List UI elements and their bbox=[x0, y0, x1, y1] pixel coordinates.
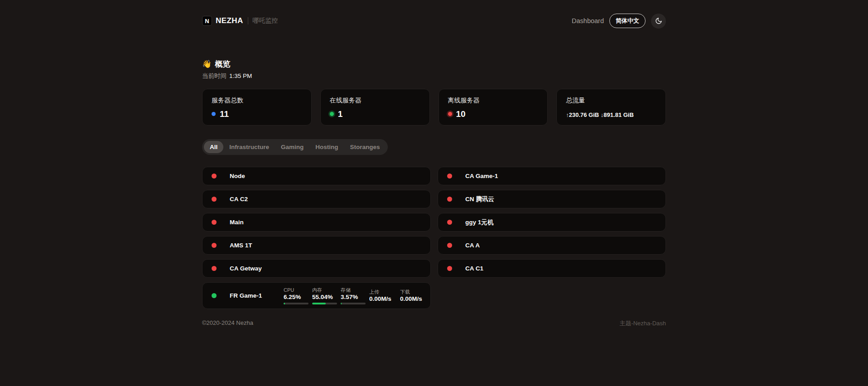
memory-value: 55.04% bbox=[312, 294, 337, 301]
server-status-dot bbox=[212, 197, 217, 202]
memory-stat: 内存 55.04% bbox=[312, 287, 337, 304]
server-row-ca-c1[interactable]: CA C1 bbox=[438, 259, 666, 278]
server-row-main[interactable]: Main bbox=[202, 213, 431, 232]
upload-stat: 上传 0.00M/s bbox=[369, 289, 396, 303]
server-row-fr-game-1[interactable]: FR Game-1 CPU 6.25% 内存 55.04% bbox=[202, 282, 431, 309]
brand-name: NEZHA bbox=[216, 16, 243, 25]
moon-icon bbox=[655, 17, 662, 24]
server-row-ggy[interactable]: ggy 1元机 bbox=[438, 213, 666, 232]
stat-card-offline-servers: 离线服务器 10 bbox=[439, 89, 548, 125]
download-value: 0.00M/s bbox=[400, 295, 427, 303]
page-container: N NEZHA 哪吒监控 Dashboard 简体中文 👋 概览 当前时 bbox=[202, 0, 666, 328]
storage-label: 存储 bbox=[341, 287, 366, 293]
group-tab-bar: All Infrastructure Gaming Hosting Storan… bbox=[202, 139, 388, 155]
server-name: CA Getway bbox=[230, 265, 262, 272]
server-status-dot bbox=[212, 174, 217, 179]
cpu-label: CPU bbox=[284, 287, 309, 293]
server-list: Node CA C2 Main AMS 1T CA Getway FR Game… bbox=[202, 167, 666, 309]
server-row-ca-a[interactable]: CA A bbox=[438, 236, 666, 255]
server-name: CA Game-1 bbox=[465, 173, 498, 179]
copyright-text: ©2020-2024 Nezha bbox=[202, 319, 253, 328]
server-name: CN 腾讯云 bbox=[465, 195, 494, 203]
brand-subtitle: 哪吒监控 bbox=[253, 17, 278, 25]
brand-area: N NEZHA 哪吒监控 bbox=[202, 16, 278, 26]
download-stat: 下载 0.00M/s bbox=[400, 289, 427, 303]
server-status-dot bbox=[447, 197, 452, 202]
tab-infrastructure[interactable]: Infrastructure bbox=[223, 141, 275, 153]
server-column-left: Node CA C2 Main AMS 1T CA Getway FR Game… bbox=[202, 167, 431, 309]
upload-label: 上传 bbox=[369, 289, 396, 295]
server-row-cn-tencent[interactable]: CN 腾讯云 bbox=[438, 190, 666, 208]
nav-controls: Dashboard 简体中文 bbox=[572, 14, 666, 29]
server-name: CA C1 bbox=[465, 265, 483, 272]
tab-gaming[interactable]: Gaming bbox=[275, 141, 309, 153]
server-status-dot bbox=[212, 220, 217, 225]
server-name: FR Game-1 bbox=[230, 292, 284, 299]
cpu-stat: CPU 6.25% bbox=[284, 287, 309, 304]
stat-cards: 服务器总数 11 在线服务器 1 离线服务器 10 总流量 ↑230.76 Gi… bbox=[202, 89, 666, 125]
upload-value: 0.00M/s bbox=[369, 295, 396, 303]
tab-storanges[interactable]: Storanges bbox=[344, 141, 386, 153]
download-label: 下载 bbox=[400, 289, 427, 295]
traffic-value: ↑230.76 GiB ↓891.81 GiB bbox=[566, 111, 656, 118]
server-row-ca-game-1[interactable]: CA Game-1 bbox=[438, 167, 666, 185]
stat-label: 离线服务器 bbox=[448, 96, 539, 105]
theme-credit-text: 主题-Nezha-Dash bbox=[619, 319, 666, 328]
server-name: AMS 1T bbox=[230, 242, 252, 249]
storage-value: 3.57% bbox=[341, 294, 366, 301]
server-row-ca-getway[interactable]: CA Getway bbox=[202, 259, 431, 278]
dashboard-link[interactable]: Dashboard bbox=[572, 17, 604, 24]
server-row-ca-c2[interactable]: CA C2 bbox=[202, 190, 431, 208]
server-status-dot bbox=[212, 266, 217, 271]
server-status-dot bbox=[447, 266, 452, 271]
server-column-right: CA Game-1 CN 腾讯云 ggy 1元机 CA A CA C1 bbox=[438, 167, 666, 309]
server-name: CA C2 bbox=[230, 196, 248, 203]
online-status-dot bbox=[330, 112, 334, 116]
tab-all[interactable]: All bbox=[204, 141, 223, 153]
stat-card-total-traffic: 总流量 ↑230.76 GiB ↓891.81 GiB bbox=[556, 89, 666, 125]
nezha-logo[interactable]: N bbox=[202, 16, 212, 26]
page-title: 👋 概览 bbox=[202, 59, 666, 69]
stat-value: 1 bbox=[338, 110, 343, 118]
stat-label: 服务器总数 bbox=[212, 96, 302, 105]
stat-card-online-servers: 在线服务器 1 bbox=[320, 89, 430, 125]
current-time-label: 当前时间 bbox=[202, 72, 227, 80]
stat-value: 10 bbox=[456, 110, 466, 118]
stat-card-total-servers: 服务器总数 11 bbox=[202, 89, 312, 125]
footer: ©2020-2024 Nezha 主题-Nezha-Dash bbox=[202, 319, 666, 328]
stat-value: 11 bbox=[220, 110, 229, 118]
memory-label: 内存 bbox=[312, 287, 337, 293]
tab-hosting[interactable]: Hosting bbox=[309, 141, 344, 153]
current-time: 当前时间 1:35 PM bbox=[202, 72, 666, 80]
server-status-dot bbox=[212, 243, 217, 248]
total-status-dot bbox=[212, 112, 216, 116]
cpu-value: 6.25% bbox=[284, 294, 309, 301]
server-status-dot bbox=[447, 220, 452, 225]
logo-letter: N bbox=[205, 18, 209, 24]
server-row-ams-1t[interactable]: AMS 1T bbox=[202, 236, 431, 255]
memory-progress-bar bbox=[312, 303, 337, 304]
theme-toggle-button[interactable] bbox=[651, 14, 666, 29]
tab-bar-wrap: All Infrastructure Gaming Hosting Storan… bbox=[202, 125, 666, 155]
server-row-node[interactable]: Node bbox=[202, 167, 431, 185]
server-status-dot bbox=[212, 293, 217, 298]
cpu-progress-bar bbox=[284, 303, 309, 304]
brand-divider bbox=[248, 17, 248, 24]
page-title-text: 概览 bbox=[215, 59, 230, 69]
server-name: CA A bbox=[465, 242, 480, 249]
overview-section: 👋 概览 当前时间 1:35 PM bbox=[202, 59, 666, 80]
stat-label: 在线服务器 bbox=[330, 96, 420, 105]
current-time-value: 1:35 PM bbox=[229, 72, 252, 79]
server-status-dot bbox=[447, 174, 452, 179]
stat-label: 总流量 bbox=[566, 96, 656, 105]
top-nav: N NEZHA 哪吒监控 Dashboard 简体中文 bbox=[202, 12, 666, 30]
offline-status-dot bbox=[448, 112, 452, 116]
server-status-dot bbox=[447, 243, 452, 248]
storage-progress-bar bbox=[341, 303, 366, 304]
server-stats: CPU 6.25% 内存 55.04% 存储 bbox=[284, 287, 427, 304]
server-name: ggy 1元机 bbox=[465, 218, 493, 227]
storage-stat: 存储 3.57% bbox=[341, 287, 366, 304]
wave-emoji: 👋 bbox=[202, 59, 212, 69]
server-name: Node bbox=[230, 173, 245, 179]
language-button[interactable]: 简体中文 bbox=[609, 14, 646, 28]
